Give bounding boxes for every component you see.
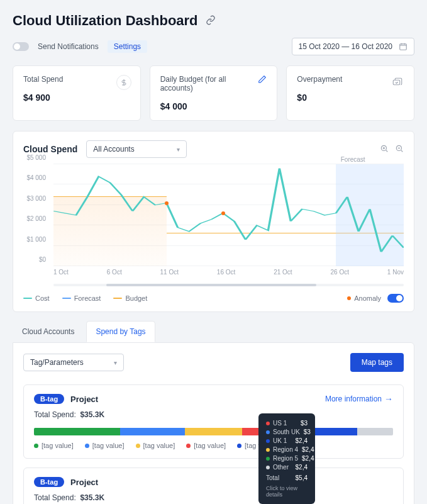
legend-forecast[interactable]: Forecast xyxy=(62,294,101,302)
segment-tooltip[interactable]: US 1$3South UK$3UK 1$2,4Region 4$2,4Regi… xyxy=(258,413,315,504)
daily-budget-label: Daily Budget (for all accounts) xyxy=(160,75,258,92)
pencil-icon xyxy=(258,75,267,84)
x-tick: 26 Oct xyxy=(331,269,349,277)
legend-item[interactable]: [tag value] xyxy=(186,442,226,449)
b-tag-badge: B-tag xyxy=(34,477,64,487)
settings-button[interactable]: Settings xyxy=(108,40,147,53)
legend-label: [tag value] xyxy=(42,442,74,449)
tag-parameter-select[interactable]: Tag/Parameters ▾ xyxy=(23,354,124,371)
anomaly-toggle[interactable] xyxy=(387,294,404,303)
svg-rect-1 xyxy=(393,80,400,85)
tag-section: B-tagProjectTotal Spend: $35.3K[tag valu… xyxy=(23,468,404,504)
project-name: Project xyxy=(70,395,98,404)
tag-section: B-tagProjectMore information→Total Spend… xyxy=(23,384,404,459)
tooltip-detail: Click to view details xyxy=(266,485,308,498)
anomaly-dot[interactable] xyxy=(165,201,169,205)
total-spend-label: Total Spend xyxy=(23,75,130,84)
tag-total-spend: Total Spend: $35.3K xyxy=(34,410,393,419)
zoom-out-button[interactable] xyxy=(395,144,404,155)
bar-segment[interactable] xyxy=(357,428,393,435)
x-tick: 1 Oct xyxy=(53,269,69,277)
spend-by-tags-panel: Tag/Parameters ▾ Map tags B-tagProjectMo… xyxy=(13,342,414,504)
page-title: Cloud Utilization Dashboard xyxy=(13,13,198,29)
legend-label: [tag value] xyxy=(194,442,226,449)
cloud-spend-card: Cloud Spend All Accounts ▾ $0$1 000$2 00… xyxy=(13,131,414,312)
legend-budget[interactable]: Budget xyxy=(113,294,147,302)
overpayment-label: Overpayment xyxy=(297,75,404,84)
daily-budget-value: $4 000 xyxy=(160,101,267,111)
legend-dot xyxy=(186,444,191,448)
date-range-value: 15 Oct 2020 — 16 Oct 2020 xyxy=(299,42,392,51)
notifications-toggle[interactable] xyxy=(13,42,29,51)
legend-item[interactable]: [tag value] xyxy=(85,442,125,449)
y-tick: $2 000 xyxy=(26,215,46,222)
svg-rect-0 xyxy=(400,44,407,50)
tag-parameter-value: Tag/Parameters xyxy=(30,358,84,367)
legend-item[interactable]: [tag value] xyxy=(34,442,74,449)
card-daily-budget: Daily Budget (for all accounts) $4 000 xyxy=(150,65,278,121)
calendar-icon xyxy=(399,42,408,51)
project-name: Project xyxy=(70,478,98,487)
y-tick: $1 000 xyxy=(26,235,46,242)
cloud-spend-title: Cloud Spend xyxy=(23,144,77,154)
y-tick: $4 000 xyxy=(26,174,46,181)
legend-label: [tag value] xyxy=(92,442,125,449)
legend-dot xyxy=(237,444,241,448)
forecast-label: Forecast xyxy=(341,156,365,163)
account-select[interactable]: All Accounts ▾ xyxy=(86,140,187,158)
chevron-down-icon: ▾ xyxy=(114,359,117,366)
dollar-icon xyxy=(116,75,131,90)
refund-icon xyxy=(390,75,405,90)
y-tick: $5 000 xyxy=(26,154,46,161)
account-select-value: All Accounts xyxy=(93,145,134,154)
anomaly-dot[interactable] xyxy=(221,211,225,215)
legend-label: [tag value] xyxy=(143,442,175,449)
total-spend-value: $4 900 xyxy=(23,92,130,103)
x-tick: 11 Oct xyxy=(160,269,179,277)
date-range-picker[interactable]: 15 Oct 2020 — 16 Oct 2020 xyxy=(292,38,414,55)
card-overpayment: Overpayment $0 xyxy=(286,65,414,121)
chart-scrollbar[interactable] xyxy=(53,284,404,286)
legend-dot xyxy=(136,444,140,448)
card-total-spend: Total Spend $4 900 xyxy=(13,65,141,121)
bar-segment[interactable] xyxy=(34,428,120,435)
b-tag-badge: B-tag xyxy=(34,394,64,404)
legend-dot xyxy=(85,444,89,448)
zoom-in-button[interactable] xyxy=(380,144,389,155)
more-information-link[interactable]: More information→ xyxy=(325,394,393,404)
x-tick: 6 Oct xyxy=(107,269,122,277)
cost-line xyxy=(53,164,404,266)
x-tick: 16 Oct xyxy=(217,269,235,277)
tab-spend-by-tags[interactable]: Spend by Tags xyxy=(86,321,155,342)
map-tags-button[interactable]: Map tags xyxy=(350,353,404,372)
tab-cloud-accounts[interactable]: Cloud Accounts xyxy=(13,321,84,342)
legend-anomaly: Anomaly xyxy=(347,294,381,302)
y-tick: $0 xyxy=(39,256,46,263)
tag-legend: [tag value][tag value][tag value][tag va… xyxy=(34,442,393,449)
overpayment-value: $0 xyxy=(297,92,404,103)
legend-cost[interactable]: Cost xyxy=(23,294,50,302)
legend-item[interactable]: [tag value] xyxy=(136,442,175,449)
y-tick: $3 000 xyxy=(26,194,46,201)
tag-total-spend: Total Spend: $35.3K xyxy=(34,493,393,502)
edit-budget-button[interactable] xyxy=(258,75,267,86)
chart-area[interactable]: $0$1 000$2 000$3 000$4 000$5 000 Forecas… xyxy=(23,164,404,277)
stacked-bar[interactable] xyxy=(34,428,393,435)
notifications-label: Send Notifications xyxy=(38,42,99,51)
x-tick: 1 Nov xyxy=(387,269,404,277)
chevron-down-icon: ▾ xyxy=(177,146,180,153)
arrow-right-icon: → xyxy=(384,394,393,404)
bar-segment[interactable] xyxy=(120,428,185,435)
link-icon[interactable] xyxy=(206,15,216,27)
x-tick: 21 Oct xyxy=(274,269,292,277)
bar-segment[interactable] xyxy=(185,428,242,435)
legend-dot xyxy=(34,444,38,448)
